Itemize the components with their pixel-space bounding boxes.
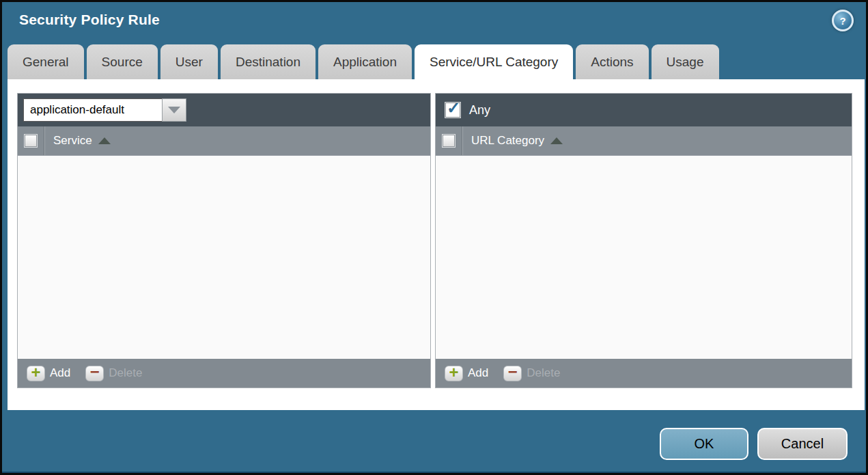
service-type-combobox (23, 98, 186, 122)
add-icon[interactable]: + (27, 366, 45, 381)
sort-ascending-icon[interactable] (550, 137, 563, 144)
cancel-button[interactable]: Cancel (757, 428, 848, 460)
tab-bar: General Source User Destination Applicat… (8, 44, 719, 79)
service-column-header[interactable]: Service (53, 134, 92, 148)
service-list[interactable] (18, 156, 430, 359)
url-category-toolbar: ✓ Any (436, 94, 852, 126)
service-select-all-checkbox[interactable] (25, 135, 37, 147)
tab-usage[interactable]: Usage (652, 44, 719, 79)
service-toolbar (18, 94, 430, 126)
url-category-table-header: URL Category (436, 126, 852, 156)
service-type-input[interactable] (23, 98, 162, 122)
service-footer: + Add − Delete (18, 359, 430, 388)
tab-actions[interactable]: Actions (576, 44, 648, 79)
service-table-header: Service (18, 126, 430, 156)
tab-source[interactable]: Source (87, 44, 158, 79)
chevron-down-icon (168, 107, 180, 113)
tab-destination[interactable]: Destination (221, 44, 316, 79)
ok-button[interactable]: OK (660, 428, 748, 460)
service-type-dropdown-button[interactable] (162, 98, 186, 122)
service-select-all-cell (18, 126, 44, 155)
service-panel: Service + Add − Delete (17, 93, 431, 388)
delete-icon[interactable]: − (85, 366, 104, 381)
dialog-content: Service + Add − Delete ✓ (8, 79, 865, 410)
url-category-footer: + Add − Delete (436, 359, 852, 388)
dialog-title: Security Policy Rule (19, 12, 160, 28)
tab-application[interactable]: Application (318, 44, 412, 79)
service-delete-button[interactable]: Delete (109, 366, 142, 380)
sort-ascending-icon[interactable] (98, 137, 111, 144)
question-mark-glyph: ? (839, 15, 845, 27)
any-checkbox[interactable]: ✓ (445, 103, 460, 118)
url-category-panel: ✓ Any URL Category + Add − (435, 93, 852, 388)
tab-service-url-category[interactable]: Service/URL Category (415, 44, 573, 79)
delete-icon[interactable]: − (503, 366, 522, 381)
add-icon[interactable]: + (445, 366, 463, 381)
url-category-delete-button[interactable]: Delete (527, 366, 560, 380)
tab-user[interactable]: User (160, 44, 218, 79)
any-label: Any (469, 103, 490, 118)
url-category-list[interactable] (436, 156, 852, 359)
any-row: ✓ Any (441, 103, 490, 118)
url-category-select-all-cell (436, 126, 462, 155)
help-icon[interactable]: ? (832, 10, 854, 31)
url-category-column-header[interactable]: URL Category (471, 134, 544, 148)
url-category-add-button[interactable]: Add (468, 366, 488, 380)
service-add-button[interactable]: Add (50, 366, 70, 380)
checkmark-icon: ✓ (447, 100, 460, 116)
security-policy-rule-dialog: Security Policy Rule ? General Source Us… (2, 2, 866, 473)
url-category-select-all-checkbox[interactable] (443, 135, 455, 147)
tab-general[interactable]: General (8, 44, 84, 79)
